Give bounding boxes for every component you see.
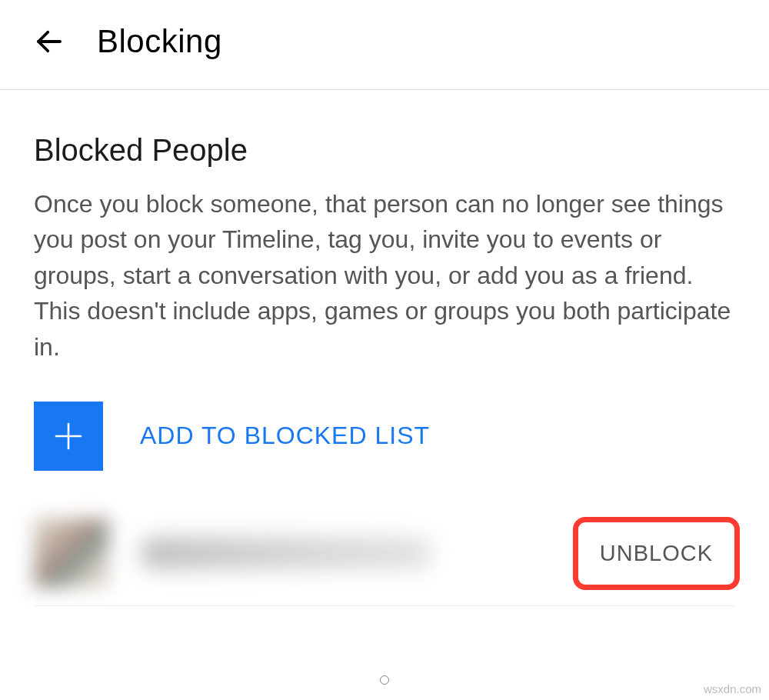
avatar	[34, 518, 109, 588]
section-description: Once you block someone, that person can …	[34, 186, 735, 365]
watermark: wsxdn.com	[704, 682, 761, 695]
unblock-button[interactable]: UNBLOCK	[581, 525, 731, 582]
plus-icon	[50, 418, 87, 455]
page-header: Blocking	[0, 0, 769, 90]
blocked-user-row: UNBLOCK	[34, 505, 735, 606]
back-button[interactable]	[31, 23, 68, 60]
content-area: Blocked People Once you block someone, t…	[0, 90, 769, 606]
section-title: Blocked People	[34, 133, 735, 168]
page-title: Blocking	[97, 23, 222, 60]
add-to-blocked-list-button[interactable]: ADD TO BLOCKED LIST	[34, 402, 735, 471]
add-to-blocked-list-label: ADD TO BLOCKED LIST	[140, 422, 430, 450]
blocked-user-name	[140, 537, 432, 569]
page-indicator-dot	[380, 675, 389, 685]
arrow-left-icon	[33, 25, 65, 58]
highlight-annotation: UNBLOCK	[573, 517, 740, 590]
plus-icon-button[interactable]	[34, 402, 103, 471]
